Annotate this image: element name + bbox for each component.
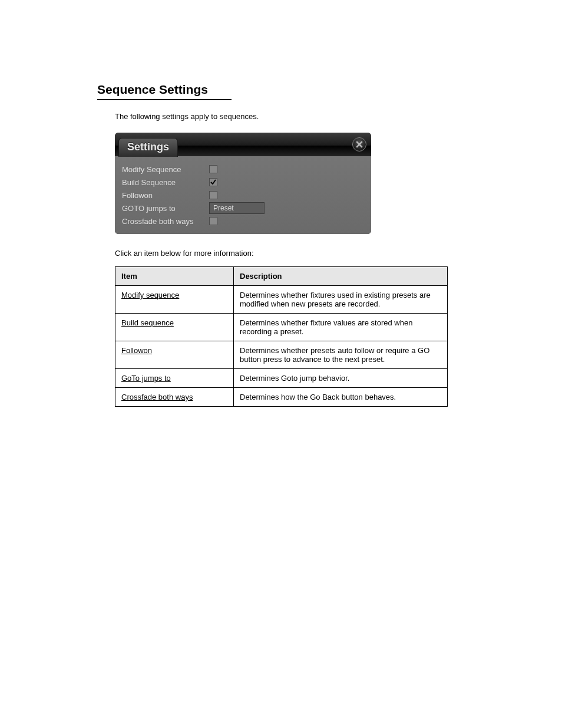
link-followon[interactable]: Followon (121, 346, 152, 355)
table-row: Followon Determines whether presets auto… (115, 341, 448, 369)
checkbox-crossfade-both-ways[interactable] (209, 217, 217, 225)
row-modify-sequence: Modify Sequence (122, 163, 364, 175)
link-goto-jumps-to[interactable]: GoTo jumps to (121, 374, 171, 383)
row-crossfade-both-ways: Crossfade both ways (122, 215, 364, 227)
desc-modify-sequence: Determines whether fixtures used in exis… (234, 286, 448, 314)
settings-panel: Settings Modify Sequence Build Sequence … (115, 133, 371, 234)
table-row: Modify sequence Determines whether fixtu… (115, 286, 448, 314)
ref-intro: Click an item below for more information… (115, 249, 465, 258)
table-row: Build sequence Determines whether fixtur… (115, 314, 448, 341)
desc-goto-jumps-to: Determines Goto jump behavior. (234, 369, 448, 388)
label-build-sequence: Build Sequence (122, 178, 209, 187)
close-icon[interactable] (352, 137, 366, 151)
row-followon: Followon (122, 189, 364, 201)
th-item: Item (115, 267, 234, 286)
link-build-sequence[interactable]: Build sequence (121, 318, 174, 327)
checkbox-build-sequence[interactable] (209, 178, 217, 186)
label-followon: Followon (122, 191, 209, 200)
th-desc: Description (234, 267, 448, 286)
desc-build-sequence: Determines whether fixture values are st… (234, 314, 448, 341)
settings-header: Settings (115, 133, 371, 156)
label-modify-sequence: Modify Sequence (122, 165, 209, 174)
reference-table: Item Description Modify sequence Determi… (115, 266, 448, 407)
label-goto-jumps-to: GOTO jumps to (122, 204, 209, 213)
row-goto-jumps-to: GOTO jumps to Preset (122, 202, 364, 214)
select-goto-jumps-to[interactable]: Preset (209, 202, 265, 214)
checkbox-modify-sequence[interactable] (209, 165, 217, 173)
link-crossfade-both-ways[interactable]: Crossfade both ways (121, 393, 193, 401)
link-modify-sequence[interactable]: Modify sequence (121, 291, 179, 299)
intro-text: The following settings apply to sequence… (115, 112, 465, 121)
desc-followon: Determines whether presets auto follow o… (234, 341, 448, 369)
settings-body: Modify Sequence Build Sequence Followon … (115, 156, 371, 234)
desc-crossfade-both-ways: Determines how the Go Back button behave… (234, 388, 448, 407)
settings-tab[interactable]: Settings (118, 138, 178, 157)
checkbox-followon[interactable] (209, 191, 217, 199)
row-build-sequence: Build Sequence (122, 176, 364, 188)
table-row: Crossfade both ways Determines how the G… (115, 388, 448, 407)
label-crossfade-both-ways: Crossfade both ways (122, 217, 209, 226)
table-row: GoTo jumps to Determines Goto jump behav… (115, 369, 448, 388)
section-heading: Sequence Settings (97, 83, 232, 100)
